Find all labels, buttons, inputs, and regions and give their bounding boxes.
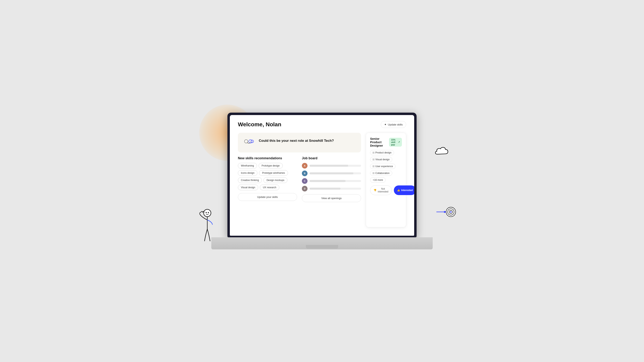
job-detail-card: Senior Product Designer 15% skill gap ↗ …: [366, 133, 406, 227]
laptop-screen-border: Welcome, Nolan ✦ Update skills: [228, 113, 416, 237]
job-list: A B C D: [302, 163, 361, 191]
update-skills-button[interactable]: ✦ Update skills: [381, 121, 406, 128]
drag-dots-icon: [373, 159, 374, 160]
skill-gap-text: 15% skill gap: [391, 139, 397, 146]
job-bar: [310, 188, 361, 190]
job-skill-tag: Visual design: [370, 157, 392, 162]
job-bar: [310, 180, 361, 182]
skill-chip: Prototype wireframes: [259, 170, 288, 176]
sparkle-icon: ✦: [384, 123, 386, 126]
drag-dots-icon: [373, 172, 374, 174]
drag-dots-icon: [373, 166, 374, 167]
laptop-base: [211, 237, 433, 249]
skills-recommendations: New skills recommendations WireframingPr…: [238, 156, 297, 202]
skill-chip: Visual design: [238, 185, 258, 190]
job-list-item: A: [302, 163, 361, 169]
job-skill-tag: Collaboration: [370, 171, 392, 176]
screen-content: Welcome, Nolan ✦ Update skills: [230, 115, 414, 236]
skill-chip: Design mockups: [264, 177, 288, 183]
update-skills-label: Update skills: [388, 123, 403, 126]
job-title: Senior Product Designer: [370, 137, 389, 147]
welcome-title: Welcome, Nolan: [238, 121, 281, 128]
laptop-notch: [306, 245, 338, 249]
role-text: Could this be your next role at Snowhill…: [259, 138, 334, 143]
laptop: Welcome, Nolan ✦ Update skills: [211, 113, 433, 249]
svg-point-1: [206, 212, 207, 213]
job-list-item: C: [302, 178, 361, 184]
svg-point-9: [450, 211, 452, 213]
skills-section-title: New skills recommendations: [238, 156, 297, 160]
left-column: Could this be your next role at Snowhill…: [238, 133, 361, 227]
role-promo-card: Could this be your next role at Snowhill…: [238, 133, 361, 152]
job-bar-fill: [310, 172, 354, 174]
job-detail-column: Senior Product Designer 15% skill gap ↗ …: [366, 133, 406, 227]
job-board: Job board A B C D: [302, 156, 361, 202]
job-list-item: B: [302, 171, 361, 176]
thumbs-down-icon: 👎: [374, 189, 376, 192]
skill-chip: Creative thinking: [238, 177, 262, 183]
job-bar: [310, 165, 361, 167]
more-skills-tag[interactable]: +16 more: [370, 177, 386, 183]
scene: Welcome, Nolan ✦ Update skills: [211, 113, 433, 249]
job-board-title: Job board: [302, 156, 361, 160]
interested-button[interactable]: 👍 Interested: [394, 185, 414, 195]
skills-chips: WireframingPrototype designIcons designP…: [238, 163, 297, 190]
role-heading: Could this be your next role at Snowhill…: [259, 138, 334, 143]
external-link-icon: ↗: [398, 141, 400, 143]
bottom-section: New skills recommendations WireframingPr…: [238, 156, 361, 202]
view-all-openings-button[interactable]: View all openings: [302, 194, 361, 202]
job-list-item: D: [302, 186, 361, 191]
skill-chip: Prototype design: [258, 163, 283, 169]
job-skill-tags: Product designVisual designUser experien…: [370, 150, 402, 183]
skill-chip: Icons design: [238, 170, 258, 176]
job-card-header: Senior Product Designer 15% skill gap ↗: [370, 137, 402, 147]
action-buttons: 👎 Not interested 👍 Interested: [370, 185, 402, 195]
stick-figure-illustration: [195, 207, 219, 247]
header-row: Welcome, Nolan ✦ Update skills: [238, 121, 406, 128]
job-skill-tag: User experience: [370, 164, 396, 169]
drag-dots-icon: [373, 152, 374, 153]
job-avatar: B: [302, 171, 308, 176]
not-interested-label: Not interested: [378, 187, 388, 193]
skill-chip: Wireframing: [238, 163, 257, 169]
role-icon: [243, 138, 255, 148]
job-bar-fill: [310, 188, 340, 190]
laptop-screen: Welcome, Nolan ✦ Update skills: [230, 115, 414, 236]
update-your-skills-button[interactable]: Update your skills: [238, 193, 297, 201]
job-avatar: D: [302, 186, 308, 191]
job-avatar: C: [302, 178, 308, 184]
skill-gap-badge: 15% skill gap ↗: [389, 138, 402, 147]
cloud-illustration: [431, 145, 449, 157]
job-skill-tag: Product design: [370, 150, 394, 155]
job-bar-fill: [310, 180, 346, 182]
job-bar: [310, 172, 361, 174]
job-avatar: A: [302, 163, 308, 169]
skill-chip: UX research: [260, 185, 279, 190]
thumbs-up-icon: 👍: [397, 189, 400, 192]
svg-point-0: [204, 209, 211, 217]
svg-point-2: [208, 212, 209, 213]
not-interested-button[interactable]: 👎 Not interested: [370, 185, 392, 195]
interested-label: Interested: [401, 189, 413, 192]
main-layout: Could this be your next role at Snowhill…: [238, 133, 406, 227]
target-illustration: [435, 205, 457, 221]
job-bar-fill: [310, 165, 348, 167]
